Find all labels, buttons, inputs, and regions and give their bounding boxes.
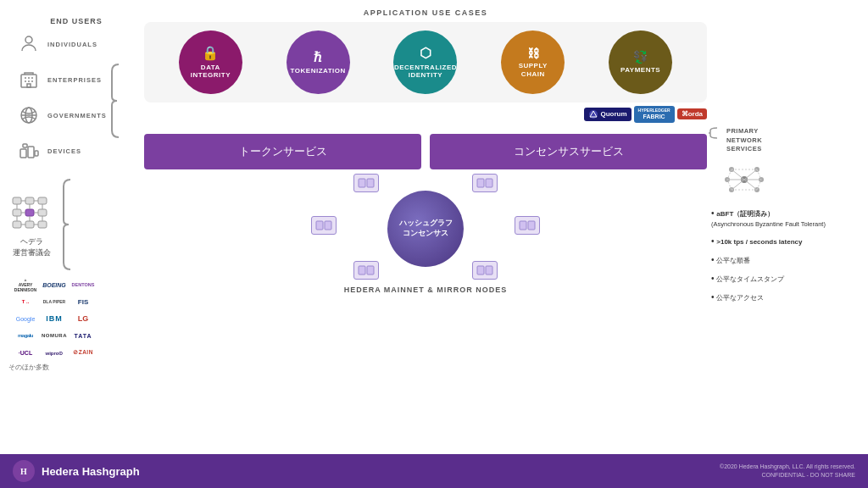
middle-panel: APPLICATION USE CASES 🔒 DATAINTEGRITY ℏ … bbox=[144, 8, 707, 454]
svg-rect-49 bbox=[477, 266, 484, 274]
confidential-text: CONFIDENTIAL - DO NOT SHARE bbox=[720, 471, 855, 480]
right-brace-icon bbox=[707, 127, 719, 139]
logo-ibm: IBM bbox=[42, 312, 67, 325]
logo-telekom: T .. bbox=[13, 295, 38, 308]
svg-rect-24 bbox=[38, 221, 47, 228]
enterprise-label: ENTERPRISES bbox=[47, 76, 102, 84]
decentralized-label: DECENTRALIZEDIDENTITY bbox=[394, 64, 457, 80]
council-brace bbox=[62, 178, 72, 271]
consensus-circle: ハッシュグラフコンセンサス bbox=[387, 191, 464, 267]
node-icon-3 bbox=[315, 220, 332, 230]
node-top-right bbox=[472, 174, 498, 192]
corda-badge: ⌘orda bbox=[677, 108, 707, 119]
logo-boeing: BOEING bbox=[42, 278, 67, 291]
government-icon bbox=[17, 103, 41, 127]
extra-members-label: そのほか多数 bbox=[8, 363, 49, 372]
mainnet-label: HEDERA MAINNET & MIRROR NODES bbox=[144, 286, 707, 294]
svg-rect-50 bbox=[486, 266, 492, 274]
logo-avery: ▲ AVERYDENNISON bbox=[13, 278, 38, 291]
node-top-left bbox=[353, 174, 379, 192]
primary-network-label: PRIMARYNETWORKSERVICES bbox=[726, 127, 762, 154]
consensus-service-box: コンセンサスサービス bbox=[430, 134, 707, 169]
council-section: ヘデラ 運営審議会 bbox=[8, 178, 72, 271]
logo-lg: LG bbox=[70, 312, 96, 325]
logo-nomura: NOMURA bbox=[42, 329, 67, 342]
node-bottom-left bbox=[353, 261, 379, 280]
use-case-payments: 💱 PAYMENTS bbox=[609, 30, 672, 94]
fabric-label: FABRIC bbox=[643, 114, 665, 119]
logo-magalu: magalu bbox=[13, 329, 38, 342]
svg-rect-15 bbox=[35, 151, 38, 156]
svg-rect-48 bbox=[367, 266, 374, 274]
right-panel: PRIMARYNETWORKSERVICES bbox=[707, 8, 860, 454]
svg-rect-20 bbox=[25, 209, 34, 216]
logo-dentons: DENTONS bbox=[70, 278, 96, 291]
svg-rect-19 bbox=[13, 209, 21, 216]
svg-rect-21 bbox=[38, 209, 47, 216]
individual-icon bbox=[17, 32, 41, 56]
svg-rect-16 bbox=[13, 197, 21, 204]
logo-tata: TATA bbox=[70, 329, 96, 342]
svg-rect-12 bbox=[20, 149, 26, 158]
tokenization-icon: ℏ bbox=[314, 49, 323, 65]
consensus-label: ハッシュグラフコンセンサス bbox=[399, 219, 453, 238]
payments-icon: 💱 bbox=[633, 50, 648, 64]
hyperledger-label: HYPERLEDGER bbox=[638, 108, 670, 113]
individual-label: INDIVIDUALS bbox=[47, 41, 97, 48]
user-type-devices: DEVICES bbox=[8, 139, 107, 163]
svg-rect-13 bbox=[28, 147, 34, 158]
svg-rect-45 bbox=[520, 221, 526, 230]
node-icon-5 bbox=[358, 265, 375, 275]
bullet-order: 公平な順番 bbox=[711, 254, 860, 266]
quorum-badge: Quorum bbox=[584, 108, 631, 121]
svg-rect-42 bbox=[486, 179, 492, 187]
use-case-decentralized-identity: ⬡ DECENTRALIZEDIDENTITY bbox=[393, 30, 457, 94]
quorum-label: Quorum bbox=[600, 110, 626, 118]
svg-rect-43 bbox=[316, 221, 323, 230]
logo-wipro: wipro⊙ bbox=[42, 346, 67, 359]
network-graph-icon bbox=[723, 161, 765, 199]
device-label: DEVICES bbox=[47, 147, 81, 155]
corda-label: ⌘orda bbox=[682, 110, 703, 118]
node-icon-4 bbox=[519, 220, 536, 230]
use-case-supply-chain: ⛓ SUPPLYCHAIN bbox=[501, 30, 565, 94]
footer-logo-text: H bbox=[20, 467, 27, 476]
council-label: ヘデラ 運営審議会 bbox=[13, 236, 51, 258]
svg-rect-40 bbox=[367, 179, 374, 187]
svg-line-60 bbox=[732, 180, 744, 190]
use-case-tokenization: ℏ TOKENIZATION bbox=[287, 30, 350, 94]
node-bottom-right bbox=[472, 261, 498, 280]
svg-rect-39 bbox=[359, 179, 365, 187]
svg-rect-8 bbox=[27, 84, 31, 87]
logo-ucl: ·UCL bbox=[13, 346, 38, 359]
logo-zain: ⊘ZAIN bbox=[70, 346, 96, 359]
svg-rect-22 bbox=[13, 221, 21, 228]
services-row: トークンサービス コンセンサスサービス bbox=[144, 134, 707, 169]
user-type-individuals: INDIVIDUALS bbox=[8, 32, 107, 56]
data-integrity-icon: 🔒 bbox=[202, 45, 220, 61]
node-icon bbox=[358, 178, 375, 188]
supply-chain-label: SUPPLYCHAIN bbox=[519, 62, 548, 78]
node-mid-left bbox=[311, 216, 337, 235]
use-cases-box: 🔒 DATAINTEGRITY ℏ TOKENIZATION ⬡ DECENTR… bbox=[144, 22, 707, 103]
user-type-governments: GOVERNMENTS bbox=[8, 103, 107, 127]
bullet-tps: >10k tps / seconds latency bbox=[711, 236, 860, 247]
footer: H Hedera Hashgraph ©2020 Hedera Hashgrap… bbox=[0, 454, 868, 488]
svg-line-58 bbox=[732, 169, 744, 180]
logo-dlapiper: DLA PIPER bbox=[42, 295, 67, 308]
svg-rect-47 bbox=[359, 266, 365, 274]
council-icon bbox=[8, 191, 55, 233]
quorum-icon bbox=[588, 109, 598, 119]
device-icon bbox=[17, 139, 41, 163]
svg-rect-17 bbox=[25, 197, 34, 204]
node-icon-2 bbox=[476, 178, 493, 188]
payments-label: PAYMENTS bbox=[620, 66, 660, 75]
node-icon-6 bbox=[476, 265, 493, 275]
bullet-points: aBFT（証明済み） (Asynchronous Byzantine Fault… bbox=[707, 208, 860, 311]
svg-rect-46 bbox=[528, 221, 535, 230]
footer-brand: H Hedera Hashgraph bbox=[13, 460, 140, 482]
svg-point-0 bbox=[25, 36, 32, 43]
left-panel: END USERS INDIVIDUALS bbox=[8, 8, 144, 454]
app-use-cases-title: APPLICATION USE CASES bbox=[144, 8, 707, 17]
token-service-box: トークンサービス bbox=[144, 134, 421, 169]
